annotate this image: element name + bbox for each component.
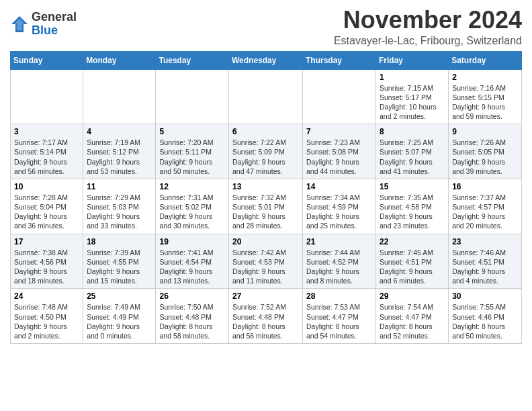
day-number: 12 [159,182,225,191]
day-number: 27 [232,291,299,301]
day-info: Sunrise: 7:42 AMSunset: 4:53 PMDaylight:… [232,248,299,286]
calendar-week-row: 3Sunrise: 7:17 AMSunset: 5:14 PMDaylight… [11,124,522,179]
weekday-header-monday: Monday [83,51,156,69]
calendar-cell: 12Sunrise: 7:31 AMSunset: 5:02 PMDayligh… [156,179,229,234]
day-number: 20 [232,237,299,246]
logo-blue: Blue [32,24,58,37]
logo: General Blue [10,11,77,38]
day-info: Sunrise: 7:41 AMSunset: 4:54 PMDaylight:… [159,248,225,286]
day-number: 9 [452,127,518,136]
day-info: Sunrise: 7:19 AMSunset: 5:12 PMDaylight:… [87,138,152,176]
day-number: 16 [452,182,518,191]
day-number: 25 [87,291,152,301]
calendar-cell: 10Sunrise: 7:28 AMSunset: 5:04 PMDayligh… [11,179,83,234]
calendar-cell: 16Sunrise: 7:37 AMSunset: 4:57 PMDayligh… [449,179,522,234]
day-info: Sunrise: 7:35 AMSunset: 4:58 PMDaylight:… [380,193,445,231]
day-info: Sunrise: 7:26 AMSunset: 5:05 PMDaylight:… [452,138,518,176]
calendar-cell: 7Sunrise: 7:23 AMSunset: 5:08 PMDaylight… [303,124,376,179]
day-info: Sunrise: 7:49 AMSunset: 4:49 PMDaylight:… [87,302,152,340]
day-number: 10 [14,182,79,191]
day-number: 21 [306,237,372,246]
day-info: Sunrise: 7:16 AMSunset: 5:15 PMDaylight:… [452,83,518,122]
calendar-cell: 30Sunrise: 7:55 AMSunset: 4:46 PMDayligh… [449,289,522,344]
calendar-cell: 9Sunrise: 7:26 AMSunset: 5:05 PMDaylight… [449,124,522,179]
day-info: Sunrise: 7:20 AMSunset: 5:11 PMDaylight:… [159,138,225,176]
calendar-cell [229,69,303,124]
day-info: Sunrise: 7:23 AMSunset: 5:08 PMDaylight:… [306,138,372,176]
day-info: Sunrise: 7:29 AMSunset: 5:03 PMDaylight:… [87,193,152,231]
calendar-cell: 22Sunrise: 7:45 AMSunset: 4:51 PMDayligh… [376,234,449,289]
day-number: 2 [452,73,518,82]
day-number: 15 [380,182,445,191]
calendar-body: 1Sunrise: 7:15 AMSunset: 5:17 PMDaylight… [11,69,522,343]
calendar-cell: 26Sunrise: 7:50 AMSunset: 4:48 PMDayligh… [156,289,229,344]
calendar-week-row: 1Sunrise: 7:15 AMSunset: 5:17 PMDaylight… [11,69,522,124]
calendar-cell: 21Sunrise: 7:44 AMSunset: 4:52 PMDayligh… [303,234,376,289]
logo-icon [10,15,29,34]
day-info: Sunrise: 7:15 AMSunset: 5:17 PMDaylight:… [380,83,445,122]
weekday-header-row: SundayMondayTuesdayWednesdayThursdayFrid… [11,51,522,69]
day-number: 4 [87,127,152,136]
day-info: Sunrise: 7:22 AMSunset: 5:09 PMDaylight:… [232,138,299,176]
calendar-cell [156,69,229,124]
day-info: Sunrise: 7:53 AMSunset: 4:47 PMDaylight:… [306,302,372,340]
day-info: Sunrise: 7:54 AMSunset: 4:47 PMDaylight:… [380,302,445,340]
calendar-cell: 15Sunrise: 7:35 AMSunset: 4:58 PMDayligh… [376,179,449,234]
day-number: 7 [306,127,372,136]
calendar-week-row: 24Sunrise: 7:48 AMSunset: 4:50 PMDayligh… [11,289,522,344]
day-number: 28 [306,291,372,301]
day-info: Sunrise: 7:32 AMSunset: 5:01 PMDaylight:… [232,193,299,231]
day-info: Sunrise: 7:31 AMSunset: 5:02 PMDaylight:… [159,193,225,231]
calendar-cell: 28Sunrise: 7:53 AMSunset: 4:47 PMDayligh… [303,289,376,344]
day-number: 17 [14,237,79,246]
calendar-cell [83,69,156,124]
day-number: 30 [452,291,518,301]
calendar-cell: 24Sunrise: 7:48 AMSunset: 4:50 PMDayligh… [11,289,83,344]
weekday-header-friday: Friday [376,51,449,69]
calendar-cell: 4Sunrise: 7:19 AMSunset: 5:12 PMDaylight… [83,124,156,179]
day-number: 8 [380,127,445,136]
day-info: Sunrise: 7:44 AMSunset: 4:52 PMDaylight:… [306,248,372,286]
day-info: Sunrise: 7:39 AMSunset: 4:55 PMDaylight:… [87,248,152,286]
location-title: Estavayer-le-Lac, Fribourg, Switzerland [334,35,522,47]
calendar-cell: 11Sunrise: 7:29 AMSunset: 5:03 PMDayligh… [83,179,156,234]
calendar-cell: 27Sunrise: 7:52 AMSunset: 4:48 PMDayligh… [229,289,303,344]
day-info: Sunrise: 7:48 AMSunset: 4:50 PMDaylight:… [14,302,79,340]
logo-general: General [32,10,77,24]
day-number: 24 [14,291,79,301]
calendar-cell: 29Sunrise: 7:54 AMSunset: 4:47 PMDayligh… [376,289,449,344]
calendar-cell: 6Sunrise: 7:22 AMSunset: 5:09 PMDaylight… [229,124,303,179]
calendar-week-row: 10Sunrise: 7:28 AMSunset: 5:04 PMDayligh… [11,179,522,234]
calendar-cell: 13Sunrise: 7:32 AMSunset: 5:01 PMDayligh… [229,179,303,234]
calendar-cell: 1Sunrise: 7:15 AMSunset: 5:17 PMDaylight… [376,69,449,124]
day-number: 14 [306,182,372,191]
day-info: Sunrise: 7:50 AMSunset: 4:48 PMDaylight:… [159,302,225,340]
calendar-cell: 18Sunrise: 7:39 AMSunset: 4:55 PMDayligh… [83,234,156,289]
calendar-cell: 5Sunrise: 7:20 AMSunset: 5:11 PMDaylight… [156,124,229,179]
day-number: 3 [14,127,79,136]
day-number: 29 [380,291,445,301]
calendar-cell [11,69,83,124]
calendar-cell: 8Sunrise: 7:25 AMSunset: 5:07 PMDaylight… [376,124,449,179]
month-title: November 2024 [334,7,522,34]
day-info: Sunrise: 7:28 AMSunset: 5:04 PMDaylight:… [14,193,79,231]
day-number: 19 [159,237,225,246]
logo-text: General Blue [32,11,77,38]
day-number: 22 [380,237,445,246]
day-number: 13 [232,182,299,191]
calendar-cell: 19Sunrise: 7:41 AMSunset: 4:54 PMDayligh… [156,234,229,289]
day-info: Sunrise: 7:38 AMSunset: 4:56 PMDaylight:… [14,248,79,286]
day-number: 5 [159,127,225,136]
calendar-cell: 2Sunrise: 7:16 AMSunset: 5:15 PMDaylight… [449,69,522,124]
weekday-header-wednesday: Wednesday [229,51,303,69]
calendar-week-row: 17Sunrise: 7:38 AMSunset: 4:56 PMDayligh… [11,234,522,289]
calendar-cell: 14Sunrise: 7:34 AMSunset: 4:59 PMDayligh… [303,179,376,234]
day-info: Sunrise: 7:45 AMSunset: 4:51 PMDaylight:… [380,248,445,286]
calendar-cell: 20Sunrise: 7:42 AMSunset: 4:53 PMDayligh… [229,234,303,289]
calendar-table: SundayMondayTuesdayWednesdayThursdayFrid… [10,51,522,344]
day-info: Sunrise: 7:34 AMSunset: 4:59 PMDaylight:… [306,193,372,231]
calendar-cell: 3Sunrise: 7:17 AMSunset: 5:14 PMDaylight… [11,124,83,179]
day-number: 11 [87,182,152,191]
day-number: 6 [232,127,299,136]
day-info: Sunrise: 7:46 AMSunset: 4:51 PMDaylight:… [452,248,518,286]
